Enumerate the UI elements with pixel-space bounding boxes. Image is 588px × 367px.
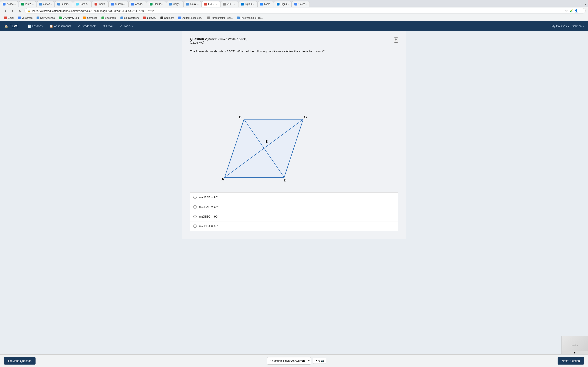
rhombus-diagram: B C A D E [190, 57, 312, 188]
tab-list-button[interactable]: ▾ [584, 2, 588, 7]
side-thumbnail: preview ▼ [562, 336, 588, 354]
flvs-nav: 🏠 FLVS 📄Lessons📋Assessments✓Gradebook✉Em… [0, 21, 588, 31]
svg-text:C: C [304, 115, 307, 119]
url-text: learn.flvs.net/educator/student/examform… [32, 9, 565, 12]
tab-bar: Acade...2022-...extrac...summ...Born a..… [0, 0, 588, 7]
browser-tab-12[interactable]: v19 C... [220, 1, 238, 7]
bookmark-paraphrasing-tool...[interactable]: Paraphrasing Tool... [206, 16, 234, 20]
flag-count-display: ⚑ 0 📷 [313, 358, 326, 364]
bookmark-the-preamble-|-th...[interactable]: The Preamble | Th... [235, 16, 264, 20]
question-header: Question 2(Multiple Choice Worth 2 point… [190, 37, 398, 48]
address-bar[interactable]: 🔒 learn.flvs.net/educator/student/examfo… [25, 8, 586, 13]
bookmark-gmail[interactable]: Gmail [2, 16, 16, 20]
bookmark-membean[interactable]: membean [81, 16, 99, 20]
radio-b[interactable] [193, 205, 197, 209]
bookmarks-bar: GmailveracrossDaily AgendaMy Activity Lo… [0, 15, 588, 21]
camera-icon: 📷 [321, 359, 324, 362]
bookmark-digital-resources...[interactable]: Digital Resources... [177, 16, 205, 20]
browser-tab-3[interactable]: summ... [55, 1, 73, 7]
nav-link-lessons[interactable]: 📄Lessons [25, 23, 45, 29]
answer-choice-a[interactable]: m∠BAE = 90° [190, 192, 398, 202]
svg-text:B: B [239, 115, 242, 119]
nav-links: 📄Lessons📋Assessments✓Gradebook✉Email⚙Too… [25, 23, 552, 29]
svg-text:D: D [284, 178, 286, 182]
bookmark-ap-classroom[interactable]: ap classroom [119, 16, 140, 20]
nav-link-tools[interactable]: ⚙Tools▾ [117, 23, 136, 29]
question-nav: Question 1 (Not Answered) ⚑ 0 📷 [267, 357, 326, 365]
browser-tab-5[interactable]: Inbox [92, 1, 108, 7]
tools-icon: ⚙ [120, 25, 123, 28]
browser-tab-9[interactable]: Copy... [166, 1, 183, 7]
question-container: Question 2(Multiple Choice Worth 2 point… [182, 31, 406, 239]
nav-right-my-courses[interactable]: My Courses▾ [552, 25, 569, 28]
question-code: (02.06 MC) [190, 41, 247, 44]
gradebook-icon: ✓ [78, 25, 80, 28]
diagram-container: B C A D E [190, 57, 398, 188]
question-title: Question 2(Multiple Choice Worth 2 point… [190, 37, 247, 41]
flag-count-icon: ⚑ [315, 359, 318, 362]
browser-tab-7[interactable]: Acade... [129, 1, 147, 7]
browser-tab-11[interactable]: Exa...✕ [201, 1, 220, 7]
radio-a[interactable] [193, 196, 197, 199]
browser-tab-6[interactable]: Classro... [108, 1, 128, 7]
bookmark-mathway[interactable]: mathway [141, 16, 158, 20]
bottom-bar: Previous Question Question 1 (Not Answer… [0, 354, 588, 367]
browser-tab-0[interactable]: Acade... [0, 1, 18, 7]
bookmark-veracross[interactable]: veracross [17, 16, 34, 20]
reload-button[interactable]: ↻ [17, 8, 23, 14]
bookmark-code.org[interactable]: Code.org [159, 16, 176, 20]
assessments-icon: 📋 [50, 25, 53, 28]
email-icon: ✉ [103, 25, 105, 28]
browser-tab-16[interactable]: Cours... [292, 1, 310, 7]
nav-link-email[interactable]: ✉Email [100, 23, 116, 29]
browser-tab-13[interactable]: Sign in... [238, 1, 257, 7]
bookmark-star-icon[interactable]: ☆ [565, 9, 568, 12]
flvs-logo[interactable]: 🏠 FLVS [4, 24, 18, 28]
browser-tab-4[interactable]: Born a... [73, 1, 92, 7]
answer-choice-d[interactable]: m∠BEA = 45° [190, 221, 398, 231]
answer-choices: m∠BAE = 90°m∠BAE = 45°m∠BEC = 90°m∠BEA =… [190, 192, 398, 231]
nav-link-assessments[interactable]: 📋Assessments [47, 23, 74, 29]
nav-link-gradebook[interactable]: ✓Gradebook [75, 23, 98, 29]
lessons-icon: 📄 [27, 25, 31, 28]
previous-question-button[interactable]: Previous Question [4, 357, 35, 365]
nav-right-sabrina[interactable]: Sabrina▾ [572, 25, 584, 28]
new-tab-button[interactable]: + [579, 1, 584, 7]
extension-icon[interactable]: 🧩 [570, 9, 573, 12]
address-bar-row: ‹ › ↻ 🔒 learn.flvs.net/educator/student/… [0, 7, 588, 15]
browser-tab-2[interactable]: extrac... [36, 1, 55, 7]
home-icon: 🏠 [4, 24, 8, 28]
profile-icon[interactable]: 👤 [575, 9, 578, 12]
scroll-down-indicator[interactable]: ▼ [562, 351, 588, 354]
question-selector[interactable]: Question 1 (Not Answered) [267, 357, 311, 365]
answer-choice-b[interactable]: m∠BAE = 45° [190, 202, 398, 212]
forward-button[interactable]: › [10, 8, 16, 14]
answer-choice-c[interactable]: m∠BEC = 90° [190, 212, 398, 221]
bookmark-my-activity-log[interactable]: My Activity Log [57, 16, 80, 20]
browser-tab-14[interactable]: zoom [258, 1, 274, 7]
question-text: The figure shows rhombus ABCD. Which of … [190, 50, 398, 53]
nav-right: My Courses▾Sabrina▾ [552, 25, 584, 28]
back-button[interactable]: ‹ [2, 8, 8, 14]
next-question-button[interactable]: Next Question [558, 357, 584, 365]
svg-text:A: A [222, 177, 224, 181]
menu-icon[interactable]: ⋮ [580, 9, 582, 12]
browser-tab-10[interactable]: no sla... [183, 1, 201, 7]
browser-chrome: Acade...2022-...extrac...summ...Born a..… [0, 0, 588, 21]
radio-c[interactable] [193, 215, 197, 218]
flag-button[interactable]: ⚑ [394, 37, 398, 43]
bookmark-classroom[interactable]: classroom [100, 16, 118, 20]
radio-d[interactable] [193, 225, 197, 228]
browser-tab-15[interactable]: Sign i... [274, 1, 292, 7]
browser-tab-8[interactable]: Florida... [147, 1, 166, 7]
browser-tab-1[interactable]: 2022-... [18, 1, 36, 7]
bookmark-daily-agenda[interactable]: Daily Agenda [35, 16, 56, 20]
svg-text:E: E [265, 140, 268, 143]
main-content: Question 2(Multiple Choice Worth 2 point… [0, 31, 588, 361]
